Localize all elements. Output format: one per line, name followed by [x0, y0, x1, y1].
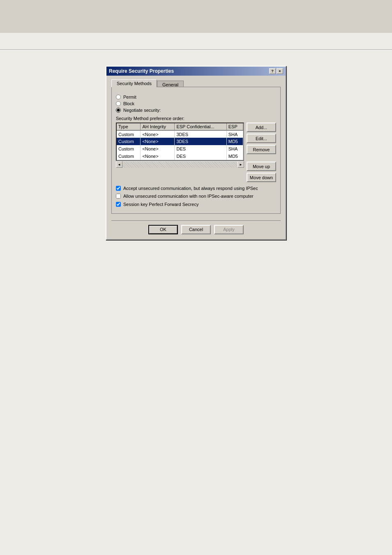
scroll-track[interactable]	[122, 161, 238, 168]
move-down-button[interactable]: Move down	[247, 173, 276, 182]
cell-esp-3: MD5	[226, 153, 243, 160]
radio-block[interactable]	[116, 101, 121, 106]
edit-button[interactable]: Edit...	[247, 134, 276, 143]
checkbox-accept[interactable]	[116, 186, 121, 191]
col-esp-conf: ESP Confidential...	[175, 123, 226, 130]
cell-esp-1: MD5	[226, 138, 243, 145]
apply-button[interactable]: Apply	[214, 225, 244, 234]
ok-button[interactable]: OK	[148, 225, 178, 234]
cancel-button[interactable]: Cancel	[181, 225, 211, 234]
cell-ah-3: <None>	[141, 153, 175, 160]
add-button[interactable]: Add...	[247, 123, 276, 132]
radio-permit-label: Permit	[123, 95, 136, 99]
table-row[interactable]: Custom <None> DES SHA	[117, 145, 243, 153]
radio-permit[interactable]	[116, 95, 121, 99]
cell-type-1: Custom	[117, 138, 141, 145]
table-row[interactable]: Custom <None> 3DES SHA	[117, 130, 243, 138]
radio-item-block: Block	[116, 101, 276, 106]
tab-security-methods[interactable]: Security Methods	[111, 79, 157, 87]
btn-spacer	[247, 156, 276, 160]
cell-espconf-2: DES	[175, 145, 226, 153]
cell-type-0: Custom	[117, 130, 141, 138]
table-btn-row: Type AH Integrity ESP Confidential... ES…	[116, 123, 276, 182]
bottom-buttons: OK Cancel Apply	[111, 220, 281, 234]
dialog-content: Security Methods General Permit	[106, 76, 286, 239]
method-table: Type AH Integrity ESP Confidential... ES…	[117, 123, 243, 160]
top-rule	[0, 49, 392, 50]
table-row[interactable]: Custom <None> DES MD5	[117, 153, 243, 160]
radio-item-negotiate: Negotiate security:	[116, 108, 276, 113]
cell-esp-2: SHA	[226, 145, 243, 153]
col-ah: AH Integrity	[141, 123, 175, 130]
cell-ah-0: <None>	[141, 130, 175, 138]
help-button[interactable]: ?	[269, 68, 276, 74]
checkbox-item-session: Session key Perfect Forward Secrecy	[116, 201, 276, 207]
radio-negotiate[interactable]	[116, 108, 121, 113]
section-label-preference: Security Method preference order:	[116, 116, 276, 121]
horizontal-scrollbar[interactable]: ◄ ►	[116, 161, 244, 168]
cell-ah-1: <None>	[141, 138, 175, 145]
right-button-panel: Add... Edit... Remove Move up Move down	[247, 123, 276, 182]
scroll-right-button[interactable]: ►	[238, 161, 244, 168]
method-table-container: Type AH Integrity ESP Confidential... ES…	[116, 123, 244, 161]
checkbox-session-label: Session key Perfect Forward Secrecy	[123, 201, 198, 207]
tab-panel-security-methods: Permit Block Negotiate security: Securit…	[111, 87, 281, 214]
checkbox-accept-label: Accept unsecured communication, but alwa…	[123, 185, 258, 191]
checkbox-allow[interactable]	[116, 194, 121, 199]
tab-strip: Security Methods General	[111, 79, 281, 87]
cell-espconf-3: DES	[175, 153, 226, 160]
cell-espconf-1: 3DES	[175, 138, 226, 145]
dialog-window: Require Security Properties ? × Security…	[106, 66, 286, 240]
cell-espconf-0: 3DES	[175, 130, 226, 138]
checkbox-session[interactable]	[116, 202, 121, 207]
table-row[interactable]: Custom <None> 3DES MD5	[117, 138, 243, 145]
checkbox-item-allow: Allow unsecured communication with non I…	[116, 193, 276, 199]
move-up-button[interactable]: Move up	[247, 162, 276, 171]
table-section: Type AH Integrity ESP Confidential... ES…	[116, 123, 244, 168]
table-header-row: Type AH Integrity ESP Confidential... ES…	[117, 123, 243, 130]
checkbox-item-accept: Accept unsecured communication, but alwa…	[116, 185, 276, 191]
col-esp: ESP	[226, 123, 243, 130]
radio-block-label: Block	[123, 101, 134, 106]
title-bar-buttons: ? ×	[269, 68, 283, 74]
cell-esp-0: SHA	[226, 130, 243, 138]
radio-item-permit: Permit	[116, 95, 276, 99]
cell-type-2: Custom	[117, 145, 141, 153]
checkbox-group: Accept unsecured communication, but alwa…	[116, 185, 276, 207]
dialog-title: Require Security Properties	[109, 68, 174, 74]
cell-ah-2: <None>	[141, 145, 175, 153]
cell-type-3: Custom	[117, 153, 141, 160]
checkbox-allow-label: Allow unsecured communication with non I…	[123, 193, 254, 199]
radio-group-security: Permit Block Negotiate security:	[116, 95, 276, 113]
radio-negotiate-label: Negotiate security:	[123, 108, 161, 113]
scroll-left-button[interactable]: ◄	[116, 161, 122, 168]
close-button[interactable]: ×	[277, 68, 283, 74]
title-bar: Require Security Properties ? ×	[106, 67, 286, 76]
col-type: Type	[117, 123, 141, 130]
remove-button[interactable]: Remove	[247, 145, 276, 154]
